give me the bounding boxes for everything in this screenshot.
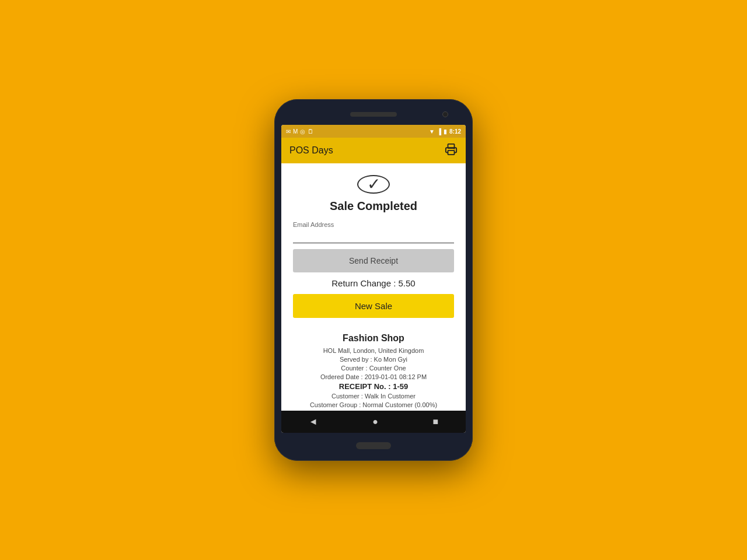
return-change-text: Return Change : 5.50 xyxy=(331,278,415,288)
email-section: Email Address xyxy=(293,221,454,243)
bottom-navigation: ◄ ● ■ xyxy=(281,411,466,433)
shop-name: Fashion Shop xyxy=(343,333,404,344)
status-right-icons: ▼ ▐ ▮ 8:12 xyxy=(429,128,461,135)
served-by: Served by : Ko Mon Gyi xyxy=(340,356,407,363)
receipt-section: Fashion Shop HOL Mall, London, United Ki… xyxy=(293,333,454,411)
speaker xyxy=(350,112,397,117)
clipboard-icon: 🗒 xyxy=(308,128,313,135)
home-button[interactable]: ● xyxy=(372,416,378,427)
checkmark-icon: ✓ xyxy=(367,176,381,192)
phone-screen: ✉ M ◎ 🗒 ▼ ▐ ▮ 8:12 POS Days xyxy=(281,125,466,433)
mail-icon: M xyxy=(293,128,298,135)
new-sale-button[interactable]: New Sale xyxy=(293,294,454,318)
counter: Counter : Counter One xyxy=(341,365,406,372)
phone-bottom-bar xyxy=(281,438,466,454)
email-label: Email Address xyxy=(293,221,454,228)
time-display: 8:12 xyxy=(449,128,461,135)
status-left-icons: ✉ M ◎ 🗒 xyxy=(286,128,313,135)
location-icon: ◎ xyxy=(300,128,305,135)
sale-completed-title: Sale Completed xyxy=(330,200,417,213)
recent-apps-button[interactable]: ■ xyxy=(433,416,439,427)
ordered-date: Ordered Date : 2019-01-01 08:12 PM xyxy=(320,373,427,380)
battery-icon: ▮ xyxy=(444,128,447,135)
svg-rect-1 xyxy=(448,150,455,155)
envelope-icon: ✉ xyxy=(286,128,291,135)
send-receipt-button[interactable]: Send Receipt xyxy=(293,249,454,272)
svg-point-2 xyxy=(454,148,455,149)
print-button[interactable] xyxy=(445,143,458,158)
phone-device: ✉ M ◎ 🗒 ▼ ▐ ▮ 8:12 POS Days xyxy=(274,99,473,461)
back-button[interactable]: ◄ xyxy=(309,416,318,427)
status-bar: ✉ M ◎ 🗒 ▼ ▐ ▮ 8:12 xyxy=(281,125,466,138)
app-bar: POS Days xyxy=(281,138,466,163)
customer: Customer : Walk In Customer xyxy=(331,393,416,400)
success-icon-circle: ✓ xyxy=(357,175,390,194)
email-input[interactable] xyxy=(293,229,454,243)
signal-icon: ▐ xyxy=(437,128,441,135)
receipt-no: RECEIPT No. : 1-59 xyxy=(339,382,408,391)
camera xyxy=(442,111,448,117)
main-content: ✓ Sale Completed Email Address Send Rece… xyxy=(281,163,466,411)
customer-group: Customer Group : Normal Customer (0.00%) xyxy=(310,401,437,408)
app-title: POS Days xyxy=(289,145,333,156)
physical-home-button xyxy=(356,442,391,449)
wifi-icon: ▼ xyxy=(429,128,435,135)
phone-top-bar xyxy=(281,106,466,123)
shop-address: HOL Mall, London, United Kingdom xyxy=(323,347,424,354)
